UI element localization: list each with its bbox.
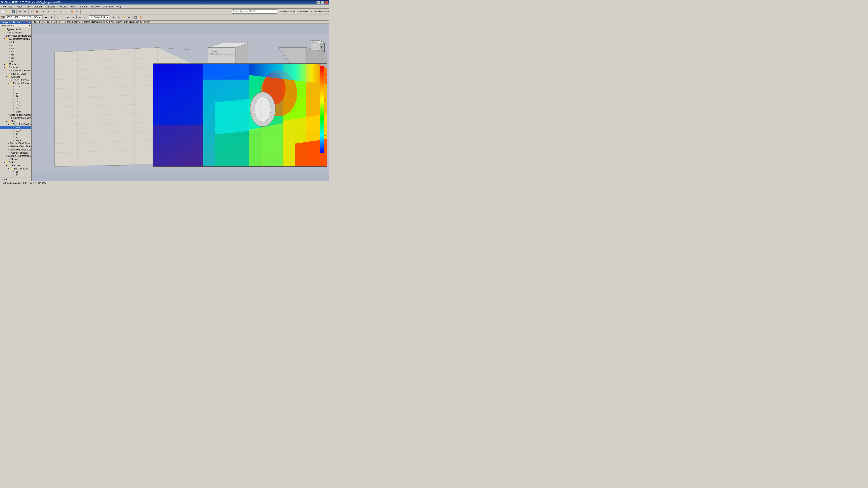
tree-node-16[interactable]: ○Basic Stresses <box>0 78 31 82</box>
menu-item-cad-bim[interactable]: CAD-BIM <box>101 5 114 8</box>
tb2-btn-5[interactable]: ↑ <box>55 15 60 20</box>
menu-item-view[interactable]: View <box>15 5 23 8</box>
tree-node-42[interactable]: ▼📁Solids <box>0 161 31 164</box>
menu-item-file[interactable]: File <box>0 5 7 8</box>
tree-node-33[interactable]: ○εx - <box>0 132 31 135</box>
view-combo[interactable]: 1 - Global XYZ <box>89 15 110 20</box>
render-button[interactable]: 🎨 <box>70 9 74 14</box>
tree-node-11[interactable]: ▶📁Members <box>0 63 31 66</box>
menu-item-edit[interactable]: Edit <box>8 5 15 8</box>
tree-expand-43[interactable]: ▼ <box>5 164 8 166</box>
zoom-in-button[interactable]: + <box>41 9 46 14</box>
tree-node-26[interactable]: ○τmax <box>0 110 31 113</box>
maximize-button[interactable]: □ <box>320 1 324 4</box>
tree-node-15[interactable]: ▼📁Stresses <box>0 75 31 78</box>
tree-node-32[interactable]: ○εyy + <box>0 129 31 132</box>
tb2-snap-btn[interactable]: ⊞ <box>111 15 116 20</box>
menu-item-assign[interactable]: Assign <box>33 5 43 8</box>
tree-node-35[interactable]: ○γxy + <box>0 138 31 142</box>
tree-node-39[interactable]: ○Contact Stresses <box>0 151 31 154</box>
close-button[interactable]: ✕ <box>324 1 328 4</box>
nav-pin-icon[interactable]: 📌 <box>26 21 28 24</box>
menu-item-results[interactable]: Results <box>57 5 68 8</box>
tree-node-29[interactable]: ▼📁Strains <box>0 120 31 123</box>
menu-item-insert[interactable]: Insert <box>24 5 33 8</box>
tree-node-10[interactable]: ○φz <box>0 59 31 63</box>
menu-item-window[interactable]: Window <box>89 5 101 8</box>
tree-expand-3[interactable]: ▼ <box>3 38 5 40</box>
tree-node-2[interactable]: ○Differences to initial state <box>0 34 31 37</box>
tree-node-34[interactable]: ○γ <box>0 135 31 138</box>
tree-node-43[interactable]: ▼📁Stresses <box>0 164 31 167</box>
tree-node-28[interactable]: ○Equivalent Stresses <box>0 116 31 120</box>
tree-node-23[interactable]: ○σ1.m <box>0 101 31 104</box>
tree-node-25[interactable]: ○θm <box>0 107 31 110</box>
menu-item-tools[interactable]: Tools <box>68 5 77 8</box>
tree-node-20[interactable]: ○σ2 + <box>0 91 31 94</box>
tb2-btn-1[interactable]: S:C <box>0 15 5 20</box>
co-combo[interactable]: CO2 - LC1 + LC2 + LC3 + LC4 <box>6 15 42 20</box>
tree-node-12[interactable]: ▼📁Surfaces <box>0 66 31 69</box>
tree-node-22[interactable]: ○θh <box>0 97 31 101</box>
tb2-btn-10[interactable]: × <box>83 15 88 20</box>
tree-expand-17[interactable]: ▼ <box>8 82 10 84</box>
viewport-canvas[interactable]: 1.75.00 60.00 80 <box>32 24 329 181</box>
tree-node-31[interactable]: ○εx + <box>0 126 31 129</box>
tree-node-9[interactable]: ○φy <box>0 56 31 59</box>
tree-node-13[interactable]: ○Local Deformations <box>0 69 31 72</box>
tree-node-21[interactable]: ○σ2 - <box>0 94 31 97</box>
tree-expand-0[interactable]: ▼ <box>1 29 3 31</box>
menu-item-help[interactable]: Help <box>115 5 123 8</box>
tb2-btn-8[interactable]: → <box>71 15 76 20</box>
menu-item-options[interactable]: Options <box>78 5 89 8</box>
tree-node-14[interactable]: ○Internal Forces <box>0 72 31 75</box>
tree-node-19[interactable]: ○σ1 - <box>0 88 31 91</box>
zoom-fit-button[interactable]: ⊡ <box>51 9 56 14</box>
tree-node-24[interactable]: ○σ2.m <box>0 104 31 107</box>
tree-node-4[interactable]: ○|u| <box>0 40 31 43</box>
tree-expand-12[interactable]: ▼ <box>3 66 5 68</box>
tree-expand-15[interactable]: ▼ <box>5 76 8 78</box>
tb2-annotate-btn[interactable]: ✏ <box>127 15 131 20</box>
tree-node-3[interactable]: ▼📁Global Deformations <box>0 37 31 40</box>
rotate-button[interactable]: ↻ <box>63 9 68 14</box>
new-button[interactable]: 📄 <box>0 9 5 14</box>
tree-node-18[interactable]: ○σ1 + <box>0 85 31 88</box>
wireframe-button[interactable]: ⬡ <box>75 9 80 14</box>
tree-node-37[interactable]: ○Maximum Total Strains <box>0 145 31 148</box>
tree-node-27[interactable]: ○Elastic Stress Components <box>0 113 31 116</box>
tree-node-44[interactable]: ▼📁Basic Stresses <box>0 167 31 170</box>
tree-node-1[interactable]: ○Final Results <box>0 31 31 34</box>
tb2-btn-4[interactable]: ⏸ <box>49 15 54 20</box>
tree-node-46[interactable]: ○σy <box>0 173 31 176</box>
tree-node-7[interactable]: ○uz <box>0 50 31 53</box>
nav-settings-icon[interactable]: ⚙ <box>4 178 6 181</box>
tree-node-0[interactable]: ▼📁Type of results <box>0 28 31 31</box>
tb2-btn-3[interactable]: ▶ <box>43 15 49 20</box>
tree-node-30[interactable]: ▼📁Basic Total Strains <box>0 123 31 126</box>
tree-expand-44[interactable]: ▼ <box>8 168 10 170</box>
search-input[interactable] <box>232 9 277 13</box>
tree-node-40[interactable]: ○Isotropic Characteristics <box>0 154 31 158</box>
tree-node-5[interactable]: ○ux <box>0 43 31 47</box>
tree-node-6[interactable]: ○uy <box>0 47 31 50</box>
tb2-axis-btn[interactable]: ⊕ <box>116 15 121 20</box>
select-button[interactable]: ↖ <box>58 9 63 14</box>
tb2-btn-9[interactable]: ✚ <box>77 15 82 20</box>
print-button[interactable]: 🖨 <box>29 9 34 14</box>
tree-expand-11[interactable]: ▶ <box>3 63 5 65</box>
nav-zoom-icon[interactable]: 🔍 <box>0 178 3 181</box>
open-button[interactable]: 📂 <box>6 9 11 14</box>
tb2-measure-btn[interactable]: 📏 <box>121 15 126 20</box>
tree-node-45[interactable]: ○σx <box>0 170 31 173</box>
tree-expand-30[interactable]: ▼ <box>8 123 9 125</box>
tree-node-17[interactable]: ▼📁Principal Stresses <box>0 82 31 85</box>
tree-node-38[interactable]: ○Equivalent Total Strains <box>0 148 31 151</box>
save-button[interactable]: 💾 <box>11 9 16 14</box>
tb2-btn-7[interactable]: ← <box>66 15 70 20</box>
tree-node-8[interactable]: ○φx <box>0 53 31 56</box>
menu-item-calculate[interactable]: Calculate <box>43 5 57 8</box>
tree-expand-42[interactable]: ▼ <box>3 161 5 163</box>
nav-info-icon[interactable]: ℹ <box>6 178 7 181</box>
tb2-btn-6[interactable]: ↓ <box>60 15 65 20</box>
